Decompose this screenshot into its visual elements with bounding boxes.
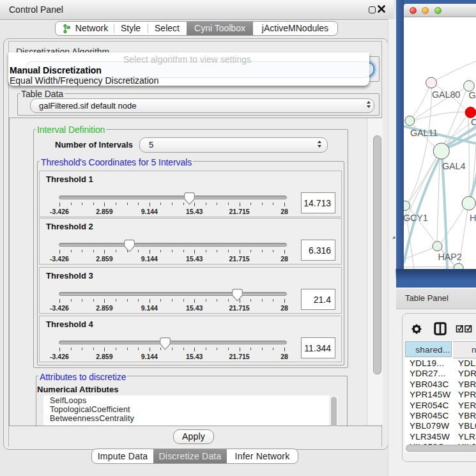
svg-text:C: C: [471, 117, 476, 127]
svg-text:H: H: [470, 213, 476, 223]
svg-text:GCY1: GCY1: [404, 213, 428, 223]
svg-text:GAL80: GAL80: [432, 89, 460, 100]
svg-text:HAP2: HAP2: [438, 252, 462, 262]
svg-text:GA: GA: [469, 90, 476, 100]
svg-text:GAL4: GAL4: [442, 161, 465, 171]
svg-text:GAL11: GAL11: [410, 128, 438, 138]
